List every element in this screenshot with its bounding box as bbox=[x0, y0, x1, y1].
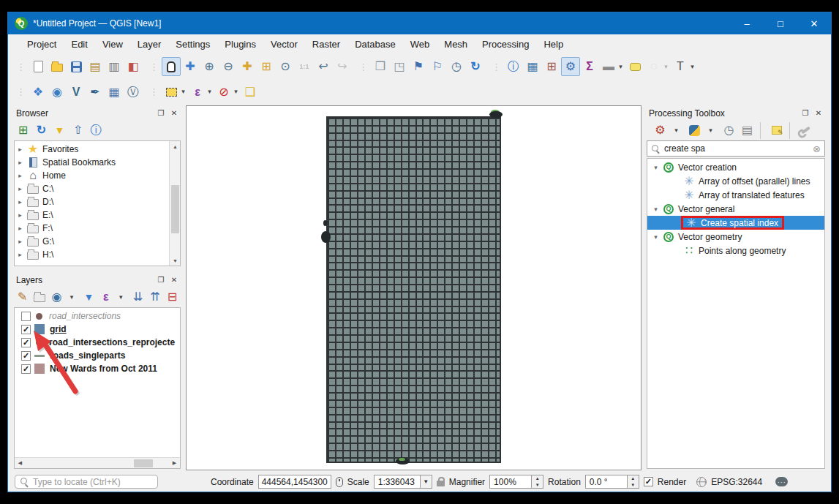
filter-expression-dropdown[interactable]: ▾ bbox=[112, 289, 129, 306]
expand-all-button[interactable]: ⇊ bbox=[129, 289, 146, 306]
coordinate-input[interactable]: 444564,1454300 bbox=[258, 475, 331, 489]
menu-item[interactable]: Mesh bbox=[437, 36, 475, 53]
add-group-button[interactable] bbox=[31, 289, 48, 306]
map-tips-button[interactable] bbox=[625, 57, 644, 76]
menu-item[interactable]: Help bbox=[536, 36, 571, 53]
toolbox-alg-array-translated-features[interactable]: ✳ Array of translated features bbox=[647, 188, 824, 202]
measure-dropdown[interactable]: ▾ bbox=[616, 57, 625, 76]
zoom-out-button[interactable]: ⊖ bbox=[219, 57, 238, 76]
scrollbar-thumb[interactable] bbox=[171, 185, 179, 233]
statistical-summary-button[interactable]: Σ bbox=[580, 57, 599, 76]
expander-icon[interactable]: ▸ bbox=[15, 185, 26, 192]
expander-icon[interactable]: ▸ bbox=[15, 225, 26, 232]
menu-item[interactable]: Edit bbox=[64, 36, 94, 53]
browser-close-button[interactable]: ✕ bbox=[168, 108, 180, 119]
expander-icon[interactable]: ▸ bbox=[15, 238, 26, 245]
show-layout-manager-button[interactable]: ▥ bbox=[105, 57, 124, 76]
layer-road-intersections-reprojected[interactable]: ✓ road_intersections_reprojecte bbox=[15, 336, 180, 349]
menu-item[interactable]: Processing bbox=[475, 36, 536, 53]
add-web-layer-button[interactable]: ◉ bbox=[48, 83, 67, 102]
data-source-manager-button[interactable]: ❖ bbox=[29, 83, 48, 102]
layer-new-wards[interactable]: ✓ New Wards from Oct 2011 bbox=[15, 362, 180, 375]
extents-toggle-icon[interactable] bbox=[336, 477, 343, 487]
tree-item-content[interactable]: ∷ Points along geometry bbox=[682, 244, 786, 257]
select-by-value-button[interactable]: ❑ bbox=[241, 83, 260, 102]
layer-road-intersections[interactable]: road_intersections bbox=[15, 309, 180, 323]
tree-item-content[interactable]: Q Vector geometry bbox=[661, 230, 742, 244]
scale-combobox[interactable]: 1:336043 ▼ bbox=[374, 475, 432, 489]
add-selected-layers-button[interactable]: ⊞ bbox=[14, 122, 32, 139]
edit-features-in-place-button[interactable] bbox=[767, 122, 786, 139]
menu-item[interactable]: View bbox=[95, 36, 130, 53]
zoom-native-button[interactable]: 1:1 bbox=[295, 57, 314, 76]
browser-item-g-drive[interactable]: ▸ G:\ bbox=[15, 235, 169, 248]
new-spatial-bookmark-button[interactable]: ⚑ bbox=[409, 57, 428, 76]
layer-visibility-checkbox[interactable] bbox=[21, 312, 31, 321]
toolbox-gears-dropdown[interactable]: ▾ bbox=[667, 122, 685, 139]
spin-buttons[interactable]: ▲▼ bbox=[532, 475, 543, 489]
filter-browser-button[interactable]: ▼ bbox=[50, 122, 69, 139]
tree-item-content[interactable]: ✳ Array of offset (parallel) lines bbox=[682, 174, 810, 188]
open-attribute-table-button[interactable]: ▦ bbox=[523, 57, 542, 76]
toolbox-group-vector-geometry[interactable]: ▾ Q Vector geometry bbox=[647, 230, 824, 244]
zoom-next-button[interactable]: ↪ bbox=[333, 57, 352, 76]
expander-icon[interactable]: ▸ bbox=[15, 146, 26, 153]
remove-layer-button[interactable]: ⊟ bbox=[164, 289, 181, 306]
layers-close-button[interactable]: ✕ bbox=[168, 274, 180, 285]
toolbox-group-vector-creation[interactable]: ▾ Q Vector creation bbox=[647, 160, 824, 174]
zoom-to-selection-button[interactable]: ⊙ bbox=[276, 57, 295, 76]
zoom-to-layer-button[interactable]: ⊞ bbox=[257, 57, 276, 76]
refresh-map-button[interactable]: ↻ bbox=[466, 57, 485, 76]
zoom-in-button[interactable]: ⊕ bbox=[200, 57, 219, 76]
save-project-button[interactable] bbox=[67, 57, 86, 76]
toolbox-search-input[interactable]: create spa ⊗ bbox=[647, 140, 825, 157]
crs-globe-icon[interactable] bbox=[696, 477, 707, 487]
results-viewer-button[interactable]: ▤ bbox=[738, 122, 756, 139]
browser-item-f-drive[interactable]: ▸ F:\ bbox=[15, 222, 169, 235]
scroll-left-icon[interactable]: ◀ bbox=[15, 458, 26, 468]
layers-horizontal-scrollbar[interactable]: ◀ ▶ bbox=[15, 457, 180, 468]
layer-visibility-checkbox[interactable]: ✓ bbox=[21, 364, 31, 374]
deselect-features-dropdown[interactable]: ▾ bbox=[231, 83, 241, 102]
pan-to-selection-button[interactable]: ✚ bbox=[181, 57, 200, 76]
minimize-button[interactable]: – bbox=[730, 12, 764, 34]
magnifier-spinbox[interactable]: 100% ▲▼ bbox=[489, 475, 543, 489]
expander-icon[interactable]: ▸ bbox=[15, 172, 26, 179]
expander-icon[interactable]: ▸ bbox=[15, 251, 26, 258]
filter-legend-button[interactable]: ▼ bbox=[80, 289, 97, 306]
browser-item-e-drive[interactable]: ▸ E:\ bbox=[15, 208, 169, 222]
menu-item[interactable]: Raster bbox=[305, 36, 347, 53]
collapse-all-button[interactable]: ⇧ bbox=[69, 122, 87, 139]
processing-toolbox-button[interactable]: ⚙ bbox=[561, 57, 580, 76]
layers-float-button[interactable]: ❐ bbox=[155, 274, 167, 285]
expander-icon[interactable]: ▾ bbox=[650, 164, 661, 171]
tree-item-content[interactable]: ✳ Create spatial index bbox=[681, 216, 784, 230]
close-button[interactable]: ✕ bbox=[797, 12, 831, 34]
menu-item[interactable]: Plugins bbox=[217, 36, 263, 53]
tree-item-content[interactable]: Q Vector creation bbox=[661, 160, 737, 174]
scale-value[interactable]: 1:336043 bbox=[374, 475, 421, 489]
layer-roads-singleparts[interactable]: ✓ roads_singleparts bbox=[15, 349, 180, 362]
spin-buttons[interactable]: ▲▼ bbox=[628, 475, 639, 489]
magnifier-value[interactable]: 100% bbox=[489, 475, 532, 489]
layer-visibility-checkbox[interactable]: ✓ bbox=[21, 325, 31, 334]
crs-status[interactable]: EPSG:32644 bbox=[711, 477, 762, 487]
expander-icon[interactable]: ▾ bbox=[650, 233, 661, 241]
menu-item[interactable]: Database bbox=[347, 36, 403, 53]
browser-item-spatial-bookmarks[interactable]: ▸ Spatial Bookmarks bbox=[15, 156, 169, 169]
toolbox-alg-points-along-geometry[interactable]: ∷ Points along geometry bbox=[647, 244, 824, 257]
properties-widget-button[interactable]: ⓘ bbox=[87, 122, 105, 139]
clear-search-icon[interactable]: ⊗ bbox=[813, 143, 821, 154]
pan-map-button[interactable] bbox=[162, 57, 181, 76]
menu-item[interactable]: Settings bbox=[168, 36, 217, 53]
field-calculator-button[interactable]: ⊞ bbox=[542, 57, 561, 76]
browser-vertical-scrollbar[interactable]: ▲ ▼ bbox=[169, 141, 180, 266]
new-map-view-button[interactable]: ❒ bbox=[371, 57, 390, 76]
lock-scale-icon[interactable] bbox=[437, 481, 445, 486]
collapse-all-layers-button[interactable]: ⇈ bbox=[146, 289, 163, 306]
scroll-down-icon[interactable]: ▼ bbox=[170, 255, 181, 266]
render-checkbox[interactable]: ✓ bbox=[644, 477, 653, 486]
browser-item-home[interactable]: ▸ ⌂ Home bbox=[15, 169, 169, 182]
new-project-button[interactable] bbox=[29, 57, 48, 76]
zoom-full-button[interactable]: ✚ bbox=[238, 57, 257, 76]
